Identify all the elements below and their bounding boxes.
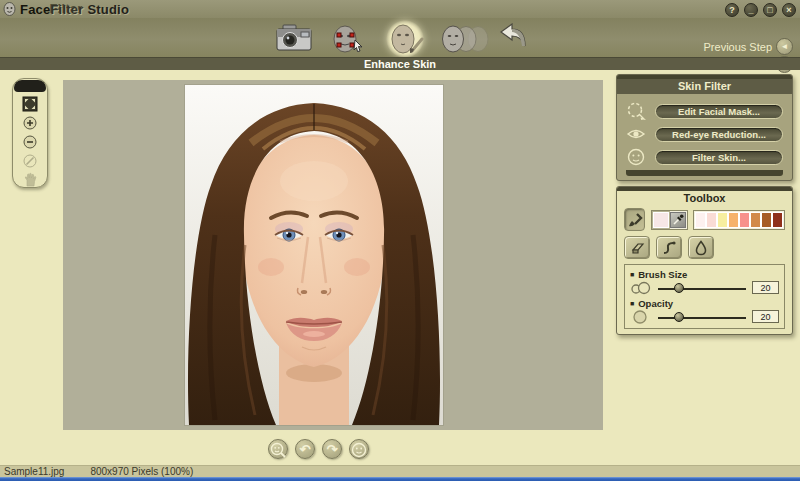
status-bar: Sample11.jpg 800x970 Pixels (100%) <box>0 465 800 477</box>
slider-track[interactable] <box>658 288 746 290</box>
redo-icon[interactable]: ↷ <box>322 439 342 459</box>
slider-track[interactable] <box>658 317 746 319</box>
toolbox-title: Toolbox <box>617 191 792 206</box>
fit-mask-face-icon[interactable] <box>331 25 365 57</box>
brush-icon <box>627 212 643 228</box>
close-icon[interactable]: × <box>782 3 796 17</box>
zoom-out-icon[interactable] <box>21 135 39 150</box>
compare-face-icon[interactable] <box>268 439 288 459</box>
palette-swatch[interactable] <box>695 212 706 228</box>
brush-size-slider-row <box>630 280 779 295</box>
help-icon[interactable]: ? <box>725 3 739 17</box>
fit-window-icon[interactable] <box>21 96 39 112</box>
original-face-icon[interactable] <box>349 439 369 459</box>
eyedropper-icon <box>672 214 684 226</box>
current-color-group <box>651 210 688 230</box>
red-eye-reduction-button[interactable]: Red-eye Reduction... <box>655 127 783 142</box>
title-bar: FaceFilterStudio ? _ □ × <box>0 0 800 18</box>
view-tool-strip <box>12 78 48 188</box>
airbrush-icon <box>661 240 677 256</box>
restore-icon[interactable]: □ <box>763 3 777 17</box>
filter-skin-face-icon <box>626 148 646 166</box>
palette-swatch[interactable] <box>761 212 772 228</box>
palette-swatch[interactable] <box>717 212 728 228</box>
pan-hand-icon <box>21 172 39 187</box>
panel-bottom-strip <box>626 170 783 176</box>
window-controls: ? _ □ × <box>725 3 796 17</box>
opacity-label: ■ Opacity <box>630 297 779 309</box>
skin-filter-panel: Skin Filter Edit Facial Mask... Red-eye … <box>616 74 793 181</box>
portrait-illustration <box>185 85 443 425</box>
toolbox-panel: Toolbox <box>616 186 793 335</box>
brush-tool-button[interactable] <box>624 208 645 231</box>
palette-swatch[interactable] <box>739 212 750 228</box>
blur-drop-icon <box>694 240 708 256</box>
brush-size-label: ■ Brush Size <box>630 268 779 280</box>
image-canvas[interactable] <box>63 80 603 430</box>
palette-swatch[interactable] <box>772 212 783 228</box>
edit-facial-mask-row: Edit Facial Mask... <box>626 101 783 121</box>
eraser-tool-button[interactable] <box>624 236 650 259</box>
brush-settings-box: ■ Brush Size ■ Opacity <box>624 264 785 329</box>
opacity-slider-row <box>630 309 779 324</box>
facial-mask-lasso-icon <box>626 102 646 120</box>
eyedropper-button[interactable] <box>670 212 686 228</box>
bullet: ■ <box>630 271 634 278</box>
app-title: FaceFilterStudio <box>20 2 129 17</box>
skin-tone-palette <box>693 210 785 230</box>
brush-size-slider[interactable] <box>658 281 746 295</box>
face-logo-icon <box>3 2 16 16</box>
blur-tool-button[interactable] <box>688 236 714 259</box>
current-color-swatch[interactable] <box>653 212 669 228</box>
finish-arrow-icon[interactable] <box>498 23 528 56</box>
opacity-value[interactable] <box>752 310 779 323</box>
edit-disabled-icon <box>21 153 39 168</box>
bullet: ■ <box>630 300 634 307</box>
tool-strip-cap <box>14 80 46 92</box>
brush-size-value[interactable] <box>752 281 779 294</box>
palette-swatch[interactable] <box>728 212 739 228</box>
edit-facial-mask-button[interactable]: Edit Facial Mask... <box>655 104 783 119</box>
skin-filter-title: Skin Filter <box>617 79 792 94</box>
red-eye-icon <box>626 125 646 143</box>
airbrush-tool-button[interactable] <box>656 236 682 259</box>
palette-swatch[interactable] <box>750 212 761 228</box>
opacity-icon <box>630 310 652 324</box>
status-image-info: 800x970 Pixels (100%) <box>90 466 193 477</box>
red-eye-reduction-row: Red-eye Reduction... <box>626 124 783 144</box>
filter-skin-button[interactable]: Filter Skin... <box>655 150 783 165</box>
camera-icon[interactable] <box>275 23 313 56</box>
facefilter-studio-window: FaceFilterStudio ? _ □ × <box>0 0 800 481</box>
filter-skin-row: Filter Skin... <box>626 147 783 167</box>
palette-swatch[interactable] <box>706 212 717 228</box>
step-title-bar: Enhance Skin <box>0 57 800 70</box>
workflow-toolbar: Previous Step ◄ Next Step ► <box>0 18 800 57</box>
slider-handle[interactable] <box>674 283 684 293</box>
eraser-icon <box>629 241 645 255</box>
previous-step-button[interactable]: ◄ <box>776 38 793 55</box>
minimize-icon[interactable]: _ <box>744 3 758 17</box>
status-filename: Sample11.jpg <box>4 466 64 477</box>
slider-handle[interactable] <box>674 312 684 322</box>
taskbar-edge <box>0 477 800 481</box>
adjust-shape-faces-icon[interactable] <box>440 25 492 57</box>
previous-step-label[interactable]: Previous Step <box>682 41 772 53</box>
portrait-photo[interactable] <box>185 85 443 425</box>
undo-icon[interactable]: ↶ <box>295 439 315 459</box>
opacity-slider[interactable] <box>658 310 746 324</box>
zoom-in-icon[interactable] <box>21 116 39 131</box>
brush-size-icon <box>630 281 652 295</box>
